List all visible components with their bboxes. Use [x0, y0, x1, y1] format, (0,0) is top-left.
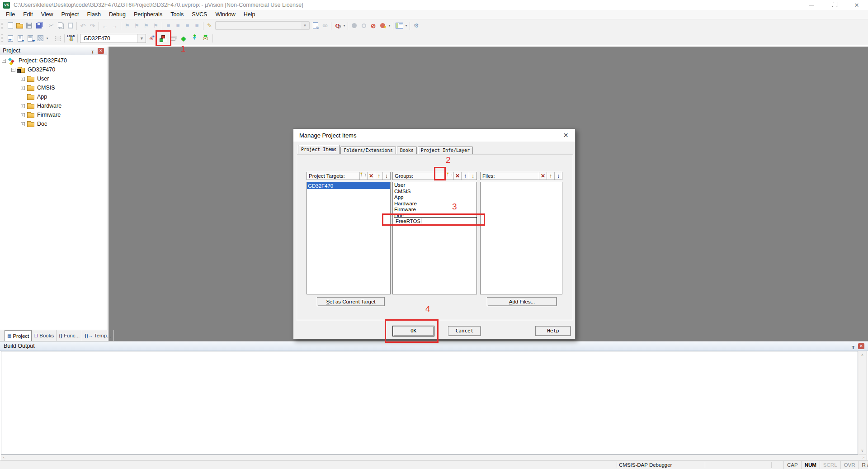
dialog-tab[interactable]: Project Info/Layer — [418, 147, 473, 154]
close-panel-icon[interactable]: ✕ — [98, 48, 104, 54]
menu-item[interactable]: Edit — [19, 11, 37, 18]
cut-icon[interactable] — [47, 21, 56, 31]
tree-expander[interactable] — [21, 86, 25, 90]
tree-node-label[interactable]: GD32F470 — [28, 66, 55, 73]
save-icon[interactable] — [24, 21, 34, 31]
mail-icon[interactable] — [200, 33, 210, 43]
uncomment-icon[interactable] — [192, 21, 202, 31]
separator[interactable] — [77, 34, 78, 43]
chevron-down-icon[interactable]: ▼ — [137, 34, 146, 43]
minimize-button[interactable] — [800, 0, 823, 10]
breakpoint-toggle-icon[interactable] — [349, 21, 359, 31]
translate-icon[interactable] — [5, 33, 15, 43]
separator[interactable] — [331, 22, 331, 30]
menu-item[interactable]: Project — [57, 11, 83, 18]
move-group-down-button[interactable] — [469, 172, 476, 180]
tree-row[interactable]: Hardware — [0, 101, 106, 110]
tree-expander[interactable] — [21, 77, 25, 81]
help-button[interactable]: Help — [535, 326, 571, 336]
dialog-tab[interactable]: Project Items — [298, 145, 340, 154]
dropdown-caret[interactable]: ▾ — [404, 21, 408, 31]
group-item[interactable]: App — [393, 194, 476, 201]
find-next-icon[interactable] — [320, 21, 330, 31]
bookmark-clear-icon[interactable] — [151, 21, 160, 31]
restore-button[interactable] — [823, 0, 845, 10]
build-icon[interactable] — [15, 33, 25, 43]
move-file-up-button[interactable] — [547, 172, 554, 180]
find-in-files-icon[interactable] — [205, 21, 214, 31]
tree-node-label[interactable]: Hardware — [37, 103, 61, 109]
set-as-current-target-button[interactable]: Set as Current Target — [317, 297, 385, 306]
menu-item[interactable]: Window — [211, 11, 239, 18]
delete-file-button[interactable]: ✕ — [539, 172, 547, 180]
tree-row[interactable]: GD32F470 — [0, 65, 106, 74]
batch-build-icon[interactable] — [35, 33, 45, 43]
close-panel-icon[interactable]: ✕ — [858, 343, 864, 349]
tree-expander[interactable] — [21, 122, 25, 126]
filter-icon[interactable] — [189, 33, 199, 43]
horizontal-scrollbar[interactable]: <> — [1, 455, 867, 460]
delete-group-button[interactable]: ✕ — [453, 172, 461, 180]
indent-right-icon[interactable] — [164, 21, 173, 31]
tree-node-label[interactable]: App — [37, 94, 47, 100]
comment-icon[interactable] — [183, 21, 192, 31]
targets-list[interactable]: GD32F470 — [307, 182, 391, 294]
pin-icon[interactable]: ┰ — [90, 48, 96, 53]
move-group-up-button[interactable] — [461, 172, 469, 180]
panel-tab[interactable]: {}→ Temp... — [82, 330, 114, 341]
navigate-back-icon[interactable] — [100, 21, 110, 31]
panel-tab[interactable]: ▦ Project — [5, 330, 32, 341]
target-select[interactable]: GD32F470▼ — [80, 34, 146, 43]
new-file-icon[interactable] — [5, 21, 15, 31]
tree-row[interactable]: Firmware — [0, 110, 106, 119]
group-item[interactable]: Firmware — [393, 207, 476, 213]
copy-icon[interactable] — [56, 21, 66, 31]
tree-expander[interactable] — [2, 59, 6, 63]
dialog-tab[interactable]: Books — [397, 147, 417, 154]
menu-item[interactable]: SVCS — [188, 11, 211, 18]
bookmark-next-icon[interactable] — [142, 21, 151, 31]
close-button[interactable]: ✕ — [845, 0, 868, 10]
bookmark-toggle-icon[interactable] — [123, 21, 132, 31]
quick-find-icon[interactable] — [333, 21, 342, 31]
separator[interactable] — [203, 22, 203, 30]
tree-node-label[interactable]: User — [37, 76, 49, 82]
flag-functions-icon[interactable] — [179, 33, 189, 43]
tree-node-label[interactable]: Doc — [37, 121, 47, 127]
panel-tab[interactable]: ❒ Books — [32, 330, 57, 341]
panel-tab[interactable]: {} Func... — [57, 330, 82, 341]
groups-list[interactable]: UserCMSISAppHardwareFirmwareDoc — [392, 182, 477, 294]
files-list[interactable] — [480, 182, 562, 294]
tree-row[interactable]: User — [0, 74, 106, 83]
group-item[interactable]: User — [393, 182, 476, 189]
separator[interactable] — [99, 22, 99, 30]
dropdown-caret[interactable]: ▾ — [45, 33, 49, 43]
save-all-icon[interactable] — [34, 21, 43, 31]
add-files-button[interactable]: Add Files... — [487, 297, 557, 306]
separator[interactable] — [212, 34, 213, 43]
menu-item[interactable]: Help — [240, 11, 259, 18]
separator[interactable] — [348, 22, 348, 30]
chevron-down-icon[interactable]: ▼ — [301, 22, 309, 29]
menu-item[interactable]: View — [37, 11, 57, 18]
separator[interactable] — [162, 22, 162, 30]
vertical-scrollbar[interactable]: ∧∨ — [858, 351, 867, 455]
stop-build-icon[interactable] — [53, 33, 63, 43]
search-combo[interactable]: ▼ — [215, 21, 310, 30]
toolbar-grip[interactable] — [1, 34, 3, 43]
dropdown-caret[interactable]: ▾ — [342, 21, 346, 31]
new-target-button[interactable] — [359, 172, 367, 180]
dialog-tab[interactable]: Folders/Extensions — [340, 147, 396, 154]
manage-project-items-button[interactable] — [158, 33, 168, 43]
move-file-down-button[interactable] — [554, 172, 562, 180]
tree-row[interactable]: App — [0, 92, 106, 101]
menu-item[interactable]: File — [2, 11, 19, 18]
open-file-icon[interactable] — [15, 21, 24, 31]
tree-row[interactable]: Project: GD32F470 — [0, 56, 106, 65]
separator[interactable] — [64, 34, 65, 43]
navigate-forward-icon[interactable] — [110, 21, 119, 31]
toolbar-grip[interactable] — [1, 22, 3, 30]
tree-row[interactable]: Doc — [0, 119, 106, 128]
separator[interactable] — [393, 22, 393, 30]
group-item[interactable]: CMSIS — [393, 189, 476, 195]
